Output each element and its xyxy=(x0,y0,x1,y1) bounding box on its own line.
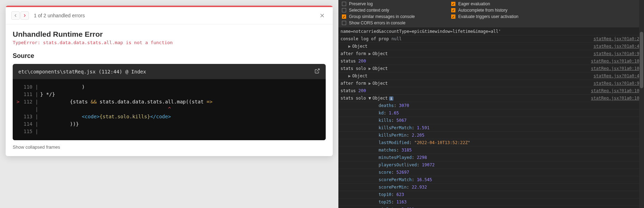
console-row: console log of prop nullstatReq.jsx?01a0… xyxy=(338,35,644,43)
checkbox-icon xyxy=(451,8,455,12)
info-badge-icon: i xyxy=(389,96,393,101)
triangle-right-icon[interactable]: ▶ xyxy=(348,73,351,78)
triangle-right-icon[interactable]: ▶ xyxy=(368,51,371,56)
console-property: winRate: 3.611 xyxy=(338,206,644,208)
console-option-preserve-log[interactable]: Preserve log xyxy=(342,1,451,6)
source-link[interactable]: statReq.jsx?01a0:100 xyxy=(584,58,642,64)
checkbox-icon xyxy=(451,2,455,6)
source-path: etc\components\statReq.jsx (112:44) @ In… xyxy=(18,69,146,75)
arrow-left-icon xyxy=(13,13,18,18)
console-output: name=notcarried&accountType=epic&timewin… xyxy=(338,28,644,208)
scrollbar-thumb[interactable] xyxy=(640,32,643,88)
source-link[interactable]: statReq.jsx?01a0:99 xyxy=(587,80,642,87)
source-link[interactable]: statReq.jsx?01a0:100 xyxy=(584,88,642,94)
checkbox-icon xyxy=(342,14,346,19)
console-property: killsPerMin: 2.205 xyxy=(338,132,644,139)
console-row: ▶ObjectstatReq.jsx?01a0:42 xyxy=(338,43,644,50)
code-line: 115| xyxy=(16,128,323,135)
console-option-eval-triggers[interactable]: Evaluate triggers user activation xyxy=(451,14,640,19)
console-row: name=notcarried&accountType=epic&timewin… xyxy=(338,28,644,35)
source-heading: Source xyxy=(13,52,326,60)
console-option-group-similar[interactable]: Group similar messages in console xyxy=(342,14,451,19)
source-link[interactable]: statReq.jsx?01a0:101 xyxy=(584,95,642,101)
console-property: deaths: 3070 xyxy=(338,102,644,109)
console-property: score: 52697 xyxy=(338,169,644,176)
arrow-right-icon xyxy=(22,13,27,18)
console-option-autocomplete-hist[interactable]: Autocomplete from history xyxy=(451,8,640,13)
error-title: Unhandled Runtime Error xyxy=(13,30,326,38)
console-property: scorePerMatch: 16.545 xyxy=(338,176,644,184)
console-property: killsPerMatch: 1.591 xyxy=(338,124,644,132)
console-option-label: Eager evaluation xyxy=(458,1,490,6)
console-row: status 200statReq.jsx?01a0:100 xyxy=(338,87,644,95)
triangle-right-icon[interactable]: ▶ xyxy=(368,66,371,71)
external-link-icon xyxy=(314,68,320,74)
code-line: 111| } */} xyxy=(16,91,323,98)
source-link[interactable]: statReq.jsx?01a0:99 xyxy=(587,50,642,57)
console-option-label: Evaluate triggers user activation xyxy=(458,14,519,19)
next-error-button[interactable] xyxy=(20,11,29,20)
source-link[interactable]: statReq.jsx?01a0:42 xyxy=(587,73,642,79)
console-property: matches: 3185 xyxy=(338,147,644,154)
console-option-label: Show CORS errors in console xyxy=(349,20,405,25)
console-option-label: Autocomplete from history xyxy=(458,8,507,13)
source-link[interactable]: statReq.jsx?01a0:42 xyxy=(587,43,642,49)
code-line: >112| {stats && stats.data.data.stats.al… xyxy=(16,98,323,106)
error-message: TypeError: stats.data.data.stats.all.map… xyxy=(13,40,326,45)
source-link[interactable]: statReq.jsx?01a0:101 xyxy=(584,65,642,72)
console-option-cors[interactable]: Show CORS errors in console xyxy=(342,20,451,25)
console-property: kills: 5067 xyxy=(338,117,644,124)
console-option-label: Preserve log xyxy=(349,1,373,6)
triangle-down-icon[interactable]: ▼ xyxy=(368,96,371,101)
scrollbar[interactable] xyxy=(639,0,644,208)
console-property: scorePerMin: 22.932 xyxy=(338,184,644,191)
console-property: minutesPlayed: 2298 xyxy=(338,154,644,161)
console-property: lastModified: "2022-04-10T13:52:22Z" xyxy=(338,139,644,147)
open-in-editor-button[interactable] xyxy=(314,68,320,75)
code-line: | ^ xyxy=(16,106,323,113)
checkbox-icon xyxy=(342,8,346,12)
show-collapsed-frames[interactable]: Show collapsed frames xyxy=(13,144,326,150)
console-row: stats solo ▶ObjectstatReq.jsx?01a0:101 xyxy=(338,65,644,72)
source-block: etc\components\statReq.jsx (112:44) @ In… xyxy=(13,64,326,140)
triangle-right-icon[interactable]: ▶ xyxy=(368,81,371,86)
error-modal: 1 of 2 unhandled errors Unhandled Runtim… xyxy=(6,6,333,156)
error-count-label: 1 of 2 unhandled errors xyxy=(34,13,85,18)
code-line: 113| <code>{stat.solo.kills}</code> xyxy=(16,113,323,120)
close-icon xyxy=(319,12,325,19)
console-property: kd: 1.65 xyxy=(338,109,644,117)
error-header: 1 of 2 unhandled errors xyxy=(6,7,333,24)
checkbox-icon xyxy=(342,2,346,6)
devtools-panel: Preserve logEager evaluationSelected con… xyxy=(338,0,644,208)
console-option-label: Selected context only xyxy=(349,8,389,13)
code-block: 110| ) 111| } */}>112| {stats && stats.d… xyxy=(13,79,326,140)
code-line: 110| ) xyxy=(16,83,323,91)
console-property: top10: 623 xyxy=(338,191,644,198)
checkbox-icon xyxy=(451,14,455,19)
console-option-selected-ctx[interactable]: Selected context only xyxy=(342,8,451,13)
console-row: after form ▶ObjectstatReq.jsx?01a0:99 xyxy=(338,50,644,58)
console-option-eager-eval[interactable]: Eager evaluation xyxy=(451,1,640,6)
console-row: ▶ObjectstatReq.jsx?01a0:42 xyxy=(338,72,644,80)
triangle-right-icon[interactable]: ▶ xyxy=(348,44,351,49)
console-option-label: Group similar messages in console xyxy=(349,14,415,19)
close-button[interactable] xyxy=(317,11,327,20)
console-property: top25: 1163 xyxy=(338,198,644,206)
source-link[interactable]: statReq.jsx?01a0:26 xyxy=(587,36,642,42)
code-line: 114| ))} xyxy=(16,120,323,128)
console-row: after form ▶ObjectstatReq.jsx?01a0:99 xyxy=(338,80,644,87)
console-row: stats solo ▼ObjectistatReq.jsx?01a0:101 xyxy=(338,95,644,102)
console-row: status 200statReq.jsx?01a0:100 xyxy=(338,58,644,65)
console-property: playersOutlived: 19072 xyxy=(338,161,644,169)
checkbox-icon xyxy=(342,21,346,25)
console-settings: Preserve logEager evaluationSelected con… xyxy=(338,0,644,28)
prev-error-button[interactable] xyxy=(11,11,20,20)
